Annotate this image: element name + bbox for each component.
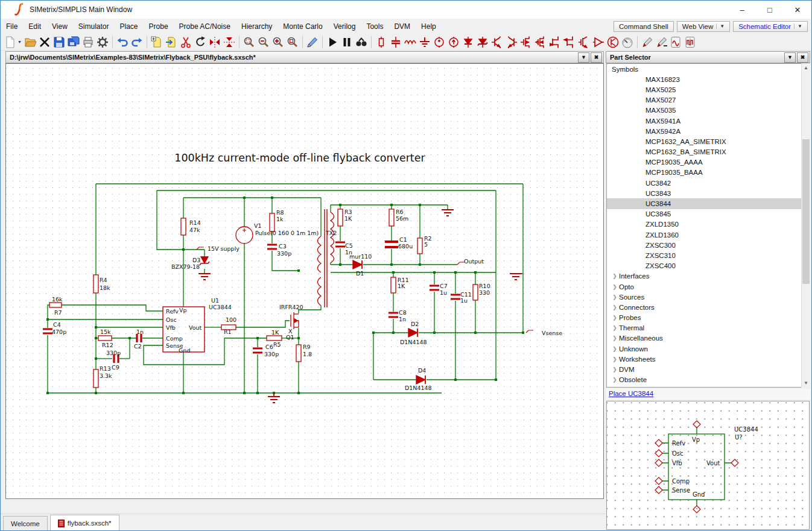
menu-probe[interactable]: Probe: [144, 20, 174, 33]
part-uc3842[interactable]: UC3842: [607, 178, 810, 188]
part-zxsc300[interactable]: ZXSC300: [607, 240, 810, 250]
njfet-transistor-icon[interactable]: [548, 35, 562, 49]
part-max16823[interactable]: MAX16823: [607, 74, 810, 84]
current-source-icon[interactable]: [446, 35, 461, 49]
igbt-transistor-icon[interactable]: [577, 35, 591, 49]
category-thermal[interactable]: ❯Thermal: [607, 323, 810, 333]
scroll-up-icon[interactable]: ▲: [802, 63, 810, 72]
nmos-transistor-icon[interactable]: [519, 35, 533, 49]
probe-meter-icon[interactable]: [620, 35, 635, 49]
close-file-icon[interactable]: [37, 35, 52, 49]
part-selector-close-button[interactable]: ✖: [797, 52, 808, 63]
wire-pencil-icon[interactable]: [305, 35, 320, 49]
menu-edit[interactable]: Edit: [23, 20, 46, 33]
pmos-transistor-icon[interactable]: [533, 35, 548, 49]
undo-icon[interactable]: [115, 35, 130, 49]
menu-probe-ac-noise[interactable]: Probe AC/Noise: [174, 20, 236, 33]
menu-verilog[interactable]: Verilog: [328, 20, 361, 33]
category-miscellaneous[interactable]: ❯Miscellaneous: [607, 333, 810, 344]
part-selector-dropdown-button[interactable]: ▼: [784, 52, 796, 63]
part-uc3843[interactable]: UC3843: [607, 188, 810, 198]
part-mcp19035_baaa[interactable]: MCP19035_BAAA: [607, 168, 810, 178]
part-selector-scrollbar[interactable]: ▲ ▼: [801, 63, 810, 388]
new-schematic-icon[interactable]: [3, 35, 17, 49]
part-uc3844[interactable]: UC3844: [607, 198, 810, 209]
part-max5027[interactable]: MAX5027: [607, 95, 810, 105]
part-max5942a[interactable]: MAX5942A: [607, 126, 810, 136]
category-probes[interactable]: ❯Probes: [607, 313, 810, 323]
scroll-down-icon[interactable]: ▼: [802, 379, 810, 388]
part-selector-header[interactable]: Part Selector ▼ ✖: [606, 51, 810, 63]
menu-view[interactable]: View: [46, 20, 73, 33]
mirror-vertical-icon[interactable]: [208, 35, 222, 49]
menu-tools[interactable]: Tools: [361, 20, 389, 33]
add-page-icon[interactable]: [150, 35, 164, 49]
menu-file[interactable]: File: [1, 20, 23, 33]
zoom-extents-icon[interactable]: [285, 35, 300, 49]
tab-flyback-schematic[interactable]: flyback.sxsch*: [50, 515, 119, 531]
part-zxld1350[interactable]: ZXLD1350: [607, 219, 810, 230]
part-mcp1632_ba_simetrix[interactable]: MCP1632_BA_SIMETRIX: [607, 147, 810, 157]
fixed-current-probe-icon[interactable]: [684, 35, 698, 49]
part-uc3845[interactable]: UC3845: [607, 209, 810, 219]
web-view-button[interactable]: Web View ▼: [677, 21, 730, 32]
menu-simulator[interactable]: Simulator: [73, 20, 115, 33]
part-max5941a[interactable]: MAX5941A: [607, 116, 810, 126]
category-interfaces[interactable]: ❯Interfaces: [607, 271, 810, 281]
fixed-voltage-probe-icon[interactable]: [669, 35, 684, 49]
part-symbols[interactable]: Symbols: [607, 64, 810, 74]
save-icon[interactable]: [52, 35, 66, 49]
open-file-icon[interactable]: [23, 35, 37, 49]
rotate-icon[interactable]: [193, 35, 208, 49]
menu-help[interactable]: Help: [416, 20, 442, 33]
part-zxld1360[interactable]: ZXLD1360: [607, 230, 810, 240]
maximize-button[interactable]: □: [756, 1, 784, 19]
resistor-icon[interactable]: [374, 35, 389, 49]
category-worksheets[interactable]: ❯Worksheets: [607, 354, 810, 364]
ground-icon[interactable]: [417, 35, 432, 49]
category-unknown[interactable]: ❯Unknown: [607, 344, 810, 354]
settings-gear-icon[interactable]: [95, 35, 110, 49]
document-title-bar[interactable]: D:\jrw\Documents\SIMetrix\Examples-83\SI…: [5, 51, 604, 63]
part-mcp1632_aa_simetrix[interactable]: MCP1632_AA_SIMETRIX: [607, 136, 810, 146]
inductor-icon[interactable]: [403, 35, 417, 49]
schematic-editor-button[interactable]: Schematic Editor ▼: [733, 21, 808, 32]
zoom-area-icon[interactable]: [242, 35, 256, 49]
print-icon[interactable]: [81, 35, 95, 49]
voltage-probe-icon[interactable]: [640, 35, 655, 49]
part-zxsc310[interactable]: ZXSC310: [607, 250, 810, 260]
subcircuit-icon[interactable]: [606, 35, 620, 49]
minimize-button[interactable]: –: [728, 1, 756, 19]
part-max5025[interactable]: MAX5025: [607, 84, 810, 95]
run-simulation-icon[interactable]: [325, 35, 340, 49]
part-zxsc400[interactable]: ZXSC400: [607, 261, 810, 271]
voltage-source-icon[interactable]: [432, 35, 446, 49]
buffer-gate-icon[interactable]: [591, 35, 606, 49]
npn-transistor-icon[interactable]: [490, 35, 504, 49]
category-sources[interactable]: ❯Sources: [607, 292, 810, 302]
pnp-transistor-icon[interactable]: [504, 35, 519, 49]
document-dropdown-button[interactable]: ▼: [578, 52, 589, 63]
find-icon[interactable]: [354, 35, 369, 49]
category-opto[interactable]: ❯Opto: [607, 281, 810, 292]
goto-page-icon[interactable]: [164, 35, 179, 49]
pjfet-transistor-icon[interactable]: [562, 35, 577, 49]
category-dvm[interactable]: ❯DVM: [607, 364, 810, 374]
capacitor-icon[interactable]: [389, 35, 403, 49]
pause-simulation-icon[interactable]: [340, 35, 354, 49]
zoom-in-icon[interactable]: [271, 35, 285, 49]
menu-monte-carlo[interactable]: Monte Carlo: [278, 20, 328, 33]
tab-welcome[interactable]: Welcome: [3, 516, 48, 531]
cut-icon[interactable]: [179, 35, 193, 49]
menu-hierarchy[interactable]: Hierarchy: [236, 20, 278, 33]
redo-icon[interactable]: [130, 35, 144, 49]
category-connectors[interactable]: ❯Connectors: [607, 302, 810, 312]
menu-dvm[interactable]: DVM: [389, 20, 416, 33]
zener-diode-icon[interactable]: [475, 35, 490, 49]
zoom-out-icon[interactable]: [256, 35, 271, 49]
document-close-button[interactable]: ✖: [591, 52, 602, 63]
part-max5035[interactable]: MAX5035: [607, 105, 810, 116]
mirror-horizontal-icon[interactable]: [222, 35, 236, 49]
place-uc3844-link[interactable]: Place UC3844: [609, 390, 653, 397]
new-schematic-dropdown-icon[interactable]: ▼: [17, 35, 23, 49]
